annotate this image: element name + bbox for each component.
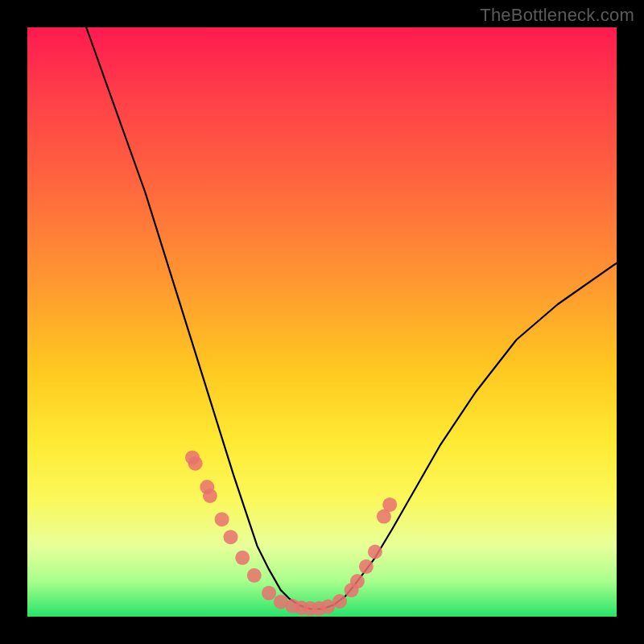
marker-dot [359, 559, 374, 574]
marker-dot [203, 489, 217, 503]
marker-dot [215, 512, 229, 526]
marker-dot [262, 586, 276, 601]
curve-path [86, 27, 617, 609]
marker-dots [185, 450, 397, 615]
marker-dot [188, 456, 203, 471]
marker-dot [235, 551, 250, 565]
chart-frame: TheBottleneck.com [0, 0, 644, 644]
watermark-text: TheBottleneck.com [480, 5, 634, 26]
bottleneck-curve [86, 27, 617, 609]
marker-dot [368, 545, 382, 559]
plot-area [27, 27, 617, 617]
marker-dot [332, 594, 347, 609]
marker-dot [224, 530, 238, 544]
marker-dot [350, 574, 365, 588]
curve-svg [27, 27, 617, 617]
marker-dot [247, 568, 262, 583]
marker-dot [382, 497, 397, 512]
